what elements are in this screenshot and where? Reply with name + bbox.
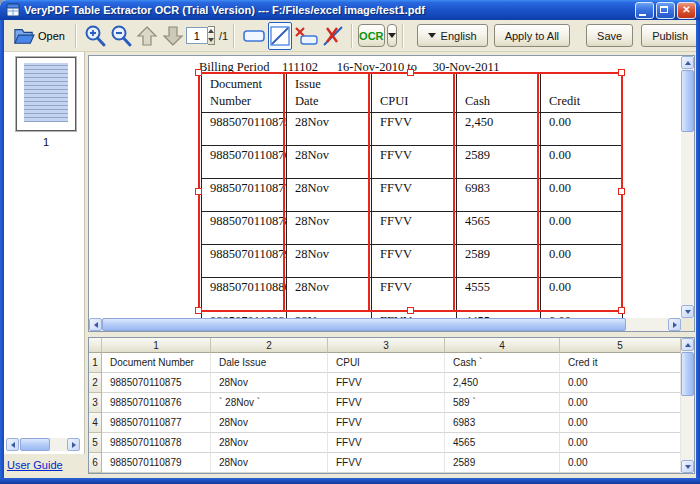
- draw-rectangle-tool[interactable]: [240, 22, 268, 50]
- grid-cell[interactable]: FFVV: [328, 433, 445, 453]
- grid-cell[interactable]: ` 28Nov `: [211, 393, 328, 413]
- grid-cell[interactable]: 28Nov: [211, 413, 328, 433]
- previous-page-button[interactable]: [134, 22, 160, 50]
- open-button[interactable]: Open: [8, 22, 70, 50]
- grid-cell[interactable]: FFVV: [328, 413, 445, 433]
- grid-cell[interactable]: FFVV: [328, 453, 445, 473]
- next-page-button[interactable]: [160, 22, 186, 50]
- selection-column-line[interactable]: [283, 72, 285, 312]
- grid-cell[interactable]: 0.00: [560, 393, 681, 413]
- selection-handle-top-left[interactable]: [195, 69, 202, 76]
- grid-corner-cell[interactable]: [89, 338, 102, 353]
- selection-handle-top-center[interactable]: [407, 69, 414, 76]
- grid-cell[interactable]: 28Nov: [211, 373, 328, 393]
- grid-row-header[interactable]: 5: [89, 433, 102, 453]
- minimize-button[interactable]: [635, 2, 654, 19]
- zoom-out-button[interactable]: [108, 22, 134, 50]
- grid-row-header[interactable]: 6: [89, 453, 102, 473]
- grid-cell[interactable]: Cred it: [560, 353, 681, 373]
- grid-cell[interactable]: 0.00: [560, 373, 681, 393]
- language-dropdown[interactable]: English: [417, 24, 488, 47]
- grid-vertical-scrollbar[interactable]: [681, 338, 694, 473]
- document-vertical-scrollbar[interactable]: [681, 56, 694, 318]
- draw-line-tool[interactable]: [268, 22, 292, 50]
- grid-cell[interactable]: 28Nov: [211, 453, 328, 473]
- sidebar-horizontal-scrollbar[interactable]: [6, 438, 80, 451]
- scrollbar-thumb[interactable]: [681, 352, 694, 396]
- ocr-button[interactable]: OCR: [358, 24, 384, 47]
- scrollbar-thumb[interactable]: [102, 318, 626, 331]
- grid-cell[interactable]: 9885070110879: [102, 453, 211, 473]
- scroll-right-icon[interactable]: [668, 318, 681, 331]
- save-button[interactable]: Save: [586, 24, 633, 47]
- selection-handle-middle-left[interactable]: [195, 188, 202, 195]
- grid-cell[interactable]: 9885070110877: [102, 413, 211, 433]
- grid-cell[interactable]: Document Number: [102, 353, 211, 373]
- selection-handle-top-right[interactable]: [618, 69, 625, 76]
- grid-cell[interactable]: 6983: [445, 413, 560, 433]
- scroll-up-icon[interactable]: [681, 338, 694, 351]
- selection-column-line[interactable]: [537, 72, 539, 312]
- maximize-button[interactable]: [656, 2, 675, 19]
- grid-cell[interactable]: FFVV: [328, 393, 445, 413]
- scroll-right-icon[interactable]: [67, 438, 80, 451]
- close-button[interactable]: ✕: [677, 2, 696, 19]
- spinner-up-icon[interactable]: [208, 27, 214, 36]
- grid-row-header[interactable]: 4: [89, 413, 102, 433]
- selection-handle-bottom-center[interactable]: [407, 307, 414, 314]
- grid-cell[interactable]: 2,450: [445, 373, 560, 393]
- grid-cell[interactable]: CPUI: [328, 353, 445, 373]
- selection-column-line[interactable]: [368, 72, 370, 312]
- grid-row-header[interactable]: 2: [89, 373, 102, 393]
- selection-handle-bottom-right[interactable]: [618, 307, 625, 314]
- delete-rectangle-tool[interactable]: [292, 22, 320, 50]
- scroll-up-icon[interactable]: [681, 56, 694, 69]
- page-spinner[interactable]: [208, 26, 215, 45]
- spinner-down-icon[interactable]: [208, 36, 214, 45]
- grid-column-header[interactable]: 2: [211, 338, 328, 353]
- selection-column-line[interactable]: [453, 72, 455, 312]
- grid-cell[interactable]: 9885070110878: [102, 433, 211, 453]
- grid-row-header[interactable]: 3: [89, 393, 102, 413]
- scroll-left-icon[interactable]: [6, 438, 19, 451]
- pdf-page[interactable]: Billing Period 111102 16-Nov-2010 to 30-…: [89, 56, 681, 318]
- apply-to-all-button[interactable]: Apply to All: [494, 24, 570, 47]
- grid-cell[interactable]: 4565: [445, 433, 560, 453]
- scroll-left-icon[interactable]: [89, 318, 102, 331]
- grid-cell[interactable]: FFVV: [328, 373, 445, 393]
- grid-column-header[interactable]: 1: [102, 338, 211, 353]
- selection-handle-middle-right[interactable]: [618, 188, 625, 195]
- grid-cell[interactable]: Dale Issue: [211, 353, 328, 373]
- grid-column-header[interactable]: 4: [445, 338, 560, 353]
- title-bar[interactable]: VeryPDF Table Extractor OCR (Trial Versi…: [0, 0, 700, 20]
- user-guide-link[interactable]: User Guide: [7, 459, 63, 471]
- ocr-dropdown-button[interactable]: [387, 24, 397, 47]
- grid-column-header[interactable]: 5: [560, 338, 681, 353]
- delete-line-tool[interactable]: [320, 22, 346, 50]
- selection-handle-bottom-left[interactable]: [195, 307, 202, 314]
- scrollbar-thumb[interactable]: [20, 438, 50, 451]
- scrollbar-track[interactable]: [102, 318, 668, 331]
- grid-cell[interactable]: 28Nov: [211, 433, 328, 453]
- scroll-down-icon[interactable]: [681, 305, 694, 318]
- grid-cell[interactable]: Cash `: [445, 353, 560, 373]
- page-thumbnail[interactable]: [16, 57, 76, 131]
- grid-cell[interactable]: 0.00: [560, 453, 681, 473]
- grid-cell[interactable]: 9885070110876: [102, 393, 211, 413]
- publish-button[interactable]: Publish: [641, 24, 699, 47]
- page-number-input[interactable]: [186, 27, 208, 44]
- zoom-in-button[interactable]: [82, 22, 108, 50]
- grid-cell[interactable]: 0.00: [560, 433, 681, 453]
- document-horizontal-scrollbar[interactable]: [89, 318, 681, 331]
- grid-row-header[interactable]: 1: [89, 353, 102, 373]
- grid-cell[interactable]: 9885070110875: [102, 373, 211, 393]
- scrollbar-track[interactable]: [681, 69, 694, 305]
- scrollbar-track[interactable]: [19, 438, 67, 451]
- scrollbar-track[interactable]: [681, 351, 694, 460]
- grid-cell[interactable]: 0.00: [560, 413, 681, 433]
- grid-column-header[interactable]: 3: [328, 338, 445, 353]
- grid-cell[interactable]: 2589: [445, 453, 560, 473]
- scroll-down-icon[interactable]: [681, 460, 694, 473]
- grid-cell[interactable]: 589 `: [445, 393, 560, 413]
- scrollbar-thumb[interactable]: [681, 70, 694, 132]
